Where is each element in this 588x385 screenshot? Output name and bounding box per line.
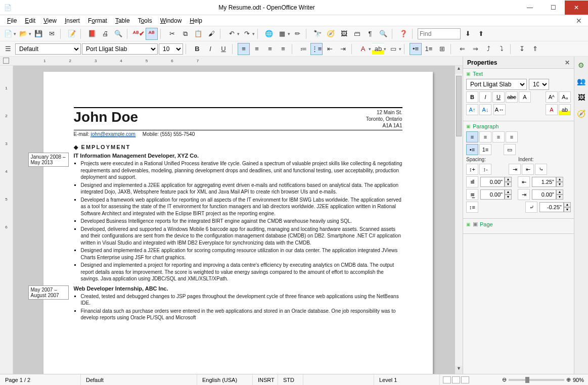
- move-down-button[interactable]: ⤵: [495, 43, 508, 55]
- spellcheck-button[interactable]: ᴬᴮ✔: [132, 28, 145, 40]
- find-replace-button[interactable]: 🔭: [311, 28, 324, 40]
- sidebar-strike-button[interactable]: abc: [506, 91, 518, 103]
- cut-button[interactable]: ✂: [166, 28, 178, 40]
- indent-first-input[interactable]: [539, 202, 564, 212]
- font-size-combo[interactable]: 10: [159, 43, 183, 55]
- line-spacing-button[interactable]: ↕≡: [466, 202, 478, 213]
- resume-name[interactable]: John Doe: [74, 109, 139, 129]
- italic-button[interactable]: I: [204, 43, 216, 55]
- copy-button[interactable]: ⧉: [179, 28, 191, 40]
- vertical-ruler[interactable]: 123456: [0, 66, 13, 374]
- help-button[interactable]: ❓: [397, 28, 410, 40]
- find-next-button[interactable]: ⬇: [462, 28, 474, 40]
- save-button[interactable]: 💾: [32, 28, 44, 40]
- menu-format[interactable]: Format: [84, 16, 111, 25]
- vertical-scrollbar[interactable]: ▲ ▼: [455, 66, 463, 374]
- outline-button[interactable]: ⊞: [436, 43, 448, 55]
- align-right-button[interactable]: ≡: [264, 43, 276, 55]
- status-level[interactable]: Level 1: [374, 374, 440, 385]
- align-center-button[interactable]: ≡: [251, 43, 263, 55]
- insert-unnumbered-button[interactable]: ↧: [516, 43, 528, 55]
- sidebar-align-justify[interactable]: ≡: [506, 131, 518, 142]
- menu-file[interactable]: File: [3, 16, 21, 25]
- scroll-down-icon[interactable]: ▼: [455, 366, 463, 374]
- edit-file-button[interactable]: 📝: [66, 28, 78, 40]
- sidebar-superscript-button[interactable]: Aᴬ: [546, 91, 558, 103]
- sidebar-fontcolor-button[interactable]: A: [546, 104, 558, 115]
- numbering-button[interactable]: ≔: [297, 43, 309, 55]
- restart-numbering-button[interactable]: ⇑: [529, 43, 541, 55]
- navigator-button[interactable]: 🧭: [325, 28, 337, 40]
- job2-bullets[interactable]: Created, tested and debugged changes to …: [81, 293, 402, 321]
- redo-button[interactable]: ↷: [241, 28, 253, 40]
- sidebar-shrink-font-button[interactable]: A↓: [479, 104, 491, 115]
- menu-view[interactable]: View: [39, 16, 61, 25]
- paste-button[interactable]: 📋: [192, 28, 204, 40]
- table-button[interactable]: ▦: [276, 28, 288, 40]
- demote-button[interactable]: ⇒: [469, 43, 481, 55]
- tab-stop-icon[interactable]: [3, 58, 9, 64]
- font-color-button[interactable]: A: [357, 43, 369, 55]
- sidebar-numbering-button[interactable]: 1≡: [479, 144, 491, 155]
- sidetab-properties-icon[interactable]: ⚙: [576, 60, 587, 71]
- sidebar-bgcolor-button[interactable]: ▭: [504, 144, 516, 155]
- status-style[interactable]: Default: [81, 374, 197, 385]
- menu-edit[interactable]: Edit: [21, 16, 39, 25]
- sidebar-hanging-indent[interactable]: ⤷: [535, 164, 547, 175]
- list-style2-button[interactable]: 1≡: [423, 43, 435, 55]
- job1-bullets[interactable]: Projects were executed in a Rational Uni…: [81, 160, 402, 282]
- hyperlink-button[interactable]: 🌐: [263, 28, 275, 40]
- sidebar-bullets-button[interactable]: •≡: [466, 144, 478, 155]
- sidebar-dec-spacing[interactable]: ↕-: [479, 164, 491, 175]
- zoom-slider[interactable]: [509, 379, 564, 381]
- sidebar-grow-font-button[interactable]: A↑: [466, 104, 478, 115]
- format-paintbrush-button[interactable]: 🖌: [205, 28, 217, 40]
- menu-window[interactable]: Window: [156, 16, 186, 25]
- sidebar-spacing-button[interactable]: A↔: [493, 104, 506, 115]
- sidetab-styles-icon[interactable]: 👥: [576, 76, 587, 87]
- page[interactable]: John Doe 12 Main St. Toronto, Ontario A1…: [43, 72, 433, 374]
- datasources-button[interactable]: 🗃: [351, 28, 363, 40]
- document-close-icon[interactable]: ✕: [573, 17, 585, 25]
- sidetab-gallery-icon[interactable]: 🖼: [576, 92, 587, 103]
- decrease-indent-button[interactable]: ⇤: [324, 43, 336, 55]
- job1-dates[interactable]: January 2008 – May 2013: [28, 153, 69, 167]
- bold-button[interactable]: B: [191, 43, 203, 55]
- styles-button[interactable]: ☰: [2, 43, 14, 55]
- export-pdf-button[interactable]: 📕: [86, 28, 98, 40]
- menu-insert[interactable]: Insert: [61, 16, 84, 25]
- highlight-button[interactable]: ab: [372, 43, 384, 55]
- increase-indent-button[interactable]: ⇥: [337, 43, 349, 55]
- section-employment[interactable]: EMPLOYMENT: [74, 144, 402, 151]
- menu-table[interactable]: Table: [111, 16, 134, 25]
- sidebar-size-combo[interactable]: 10: [529, 79, 549, 90]
- sidebar-close-icon[interactable]: ✕: [565, 59, 570, 66]
- new-button[interactable]: 📄: [2, 28, 14, 40]
- spacing-below-input[interactable]: [480, 189, 505, 200]
- email-link[interactable]: john@example.com: [91, 131, 135, 137]
- sidebar-bold-button[interactable]: B: [466, 91, 478, 103]
- promote-button[interactable]: ⇐: [456, 43, 468, 55]
- job1-title[interactable]: IT Information Management Developer, XYZ…: [74, 153, 402, 159]
- scroll-up-icon[interactable]: ▲: [455, 66, 463, 74]
- print-preview-button[interactable]: 🔍: [112, 28, 124, 40]
- autospell-button[interactable]: ᴬᴮ: [146, 28, 158, 40]
- status-selection[interactable]: STD: [278, 374, 303, 385]
- resume-address[interactable]: 12 Main St. Toronto, Ontario A1A 1A1: [366, 109, 402, 129]
- status-insert[interactable]: INSRT: [253, 374, 278, 385]
- align-left-button[interactable]: ≡: [238, 43, 250, 55]
- move-up-button[interactable]: ⤴: [482, 43, 494, 55]
- open-button[interactable]: 📂: [17, 28, 29, 40]
- sidebar-inc-spacing[interactable]: ↕+: [466, 164, 478, 175]
- zoom-value[interactable]: 90%: [573, 377, 584, 383]
- show-draw-button[interactable]: ✏: [291, 28, 303, 40]
- document-canvas[interactable]: John Doe 12 Main St. Toronto, Ontario A1…: [13, 66, 463, 374]
- font-name-combo[interactable]: Port Lligat Slab: [82, 43, 158, 55]
- sidebar-underline-button[interactable]: U: [492, 91, 505, 103]
- menu-tools[interactable]: Tools: [134, 16, 156, 25]
- gallery-button[interactable]: 🖼: [338, 28, 350, 40]
- sidebar-highlight-button[interactable]: ab: [559, 104, 571, 115]
- view-layout-buttons[interactable]: [440, 376, 472, 383]
- sidebar-shadow-button[interactable]: A: [519, 91, 531, 103]
- align-justify-button[interactable]: ≡: [277, 43, 289, 55]
